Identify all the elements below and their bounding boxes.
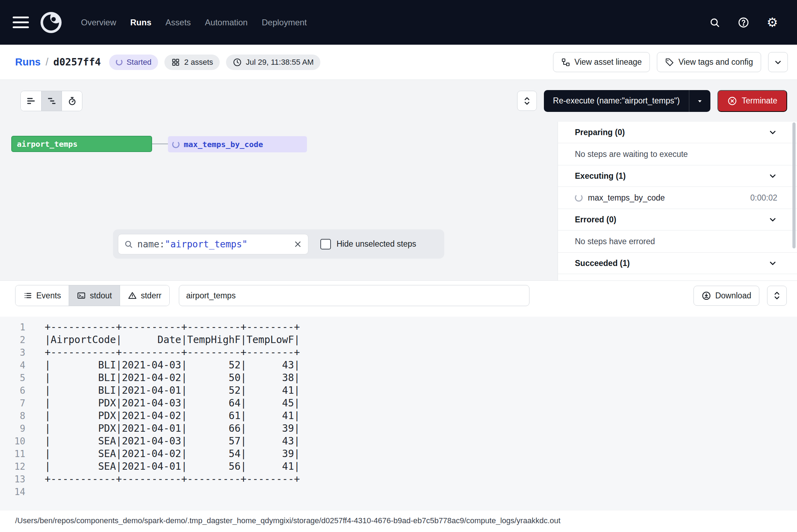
panel-section-preparing[interactable]: Preparing (0) xyxy=(558,122,797,143)
caret-down-icon xyxy=(696,97,704,105)
tag-icon xyxy=(665,58,674,67)
stopwatch-icon xyxy=(67,96,77,106)
breadcrumb-runs-link[interactable]: Runs xyxy=(15,56,41,68)
log-file-path: /Users/ben/repos/components_demo/spark-d… xyxy=(15,516,560,525)
gantt-toolbar: Re-execute (name:"airport_temps") Termin… xyxy=(0,80,797,122)
clock-icon xyxy=(233,58,242,67)
waterfall-gantt-icon xyxy=(47,96,57,106)
step-status-panel: Preparing (0) No steps are waiting to ex… xyxy=(558,122,797,280)
view-timer-button[interactable] xyxy=(62,91,82,111)
panel-section-executing[interactable]: Executing (1) xyxy=(558,165,797,187)
errored-empty-message: No steps have errored xyxy=(558,230,797,253)
main-nav: Overview Runs Assets Automation Deployme… xyxy=(81,18,307,27)
breadcrumb-separator: / xyxy=(46,56,49,68)
step-elapsed-time: 0:00:02 xyxy=(750,193,777,203)
log-line: 2|AirportCode| Date|TempHighF|TempLowF| xyxy=(0,334,797,346)
lineage-icon xyxy=(561,58,570,67)
executing-spinner-icon xyxy=(172,141,180,148)
reexecute-dropdown-caret[interactable] xyxy=(689,90,710,112)
log-line: 1+-----------+----------+---------+-----… xyxy=(0,321,797,334)
gantt-expand-collapse-button[interactable] xyxy=(517,91,537,111)
log-expand-button[interactable] xyxy=(767,286,787,306)
panel-scrollbar[interactable] xyxy=(792,122,796,248)
executing-step-row[interactable]: max_temps_by_code 0:00:02 xyxy=(558,187,797,209)
step-spinner-icon xyxy=(575,194,583,202)
panel-section-errored[interactable]: Errored (0) xyxy=(558,209,797,230)
hide-unselected-checkbox[interactable] xyxy=(320,239,331,249)
tab-stderr[interactable]: stderr xyxy=(120,285,169,306)
log-line: 5| BLI|2021-04-02| 50| 38| xyxy=(0,372,797,384)
tab-events[interactable]: Events xyxy=(15,285,69,306)
step-filter-input[interactable]: name:"airport_temps" xyxy=(118,234,308,254)
reexecute-button[interactable]: Re-execute (name:"airport_temps") xyxy=(544,90,710,112)
top-nav: Overview Runs Assets Automation Deployme… xyxy=(0,0,797,45)
run-status-badge: Started xyxy=(109,55,158,70)
log-line: 11| SEA|2021-04-02| 54| 39| xyxy=(0,448,797,460)
view-tags-config-button[interactable]: View tags and config xyxy=(657,52,761,72)
log-line: 13+-----------+----------+---------+----… xyxy=(0,473,797,486)
warning-triangle-icon xyxy=(128,291,137,300)
nav-item-automation[interactable]: Automation xyxy=(205,18,247,27)
nav-item-deployment[interactable]: Deployment xyxy=(262,18,307,27)
terminal-icon xyxy=(77,291,86,300)
gantt-chart: airport_temps max_temps_by_code name:"ai… xyxy=(0,122,558,280)
chevron-down-icon xyxy=(768,215,777,224)
clear-filter-icon[interactable] xyxy=(293,240,302,249)
download-icon xyxy=(702,291,711,300)
panel-section-succeeded[interactable]: Succeeded (1) xyxy=(558,253,797,274)
run-timestamp-badge: Jul 29, 11:38:55 AM xyxy=(226,55,320,70)
view-flat-gantt-button[interactable] xyxy=(21,91,41,111)
view-waterfall-gantt-button[interactable] xyxy=(41,91,62,111)
terminate-button[interactable]: Terminate xyxy=(717,90,787,112)
reexecute-label: Re-execute (name:"airport_temps") xyxy=(544,90,689,112)
dagster-logo-icon[interactable] xyxy=(39,11,63,34)
log-step-filter-input[interactable] xyxy=(179,285,529,306)
search-icon[interactable] xyxy=(707,15,722,30)
header-more-actions-button[interactable] xyxy=(768,52,788,72)
preparing-empty-message: No steps are waiting to execute xyxy=(558,143,797,165)
cancel-circle-icon xyxy=(727,96,737,106)
asset-grid-icon xyxy=(171,58,180,67)
gantt-filter-bar: name:"airport_temps" Hide unselected ste… xyxy=(113,229,444,259)
log-file-path-bar: /Users/ben/repos/components_demo/spark-d… xyxy=(0,510,797,531)
log-line: 3+-----------+----------+---------+-----… xyxy=(0,346,797,359)
log-type-tabs: Events stdout stderr xyxy=(15,285,170,306)
chevron-down-icon xyxy=(768,259,777,268)
log-content: 1+-----------+----------+---------+-----… xyxy=(0,317,797,509)
log-line: 12| SEA|2021-04-01| 56| 41| xyxy=(0,460,797,473)
events-list-icon xyxy=(23,291,32,300)
log-line: 14 xyxy=(0,486,797,498)
view-asset-lineage-button[interactable]: View asset lineage xyxy=(553,52,650,72)
gantt-dependency-line xyxy=(152,144,168,144)
chevron-down-icon xyxy=(773,58,783,67)
gantt-step-max-temps-by-code[interactable]: max_temps_by_code xyxy=(168,136,307,152)
log-line: 7| PDX|2021-04-03| 64| 45| xyxy=(0,397,797,410)
run-id: d0257ff4 xyxy=(54,56,101,68)
help-icon[interactable] xyxy=(736,15,751,30)
chevron-down-icon xyxy=(768,128,777,137)
nav-item-assets[interactable]: Assets xyxy=(165,18,191,27)
menu-icon[interactable] xyxy=(13,17,29,28)
run-header-bar: Runs / d0257ff4 Started 2 assets Jul 29,… xyxy=(0,45,797,80)
gantt-view-switcher xyxy=(20,91,82,111)
settings-gear-icon[interactable]: ⚙ xyxy=(765,15,780,30)
status-spinner-icon xyxy=(116,59,123,65)
nav-item-overview[interactable]: Overview xyxy=(81,18,116,27)
log-line: 9| PDX|2021-04-01| 66| 39| xyxy=(0,422,797,435)
search-icon xyxy=(124,240,133,249)
gantt-step-airport-temps[interactable]: airport_temps xyxy=(11,136,152,152)
chevron-down-icon xyxy=(768,171,777,180)
download-button[interactable]: Download xyxy=(694,286,759,306)
flat-gantt-icon xyxy=(26,96,36,106)
unfold-icon xyxy=(772,291,782,300)
log-line: 6| BLI|2021-04-01| 52| 41| xyxy=(0,384,797,397)
log-line: 4| BLI|2021-04-03| 52| 43| xyxy=(0,359,797,372)
log-toolbar: Events stdout stderr Download xyxy=(0,285,797,306)
tab-stdout[interactable]: stdout xyxy=(69,285,120,306)
nav-item-runs[interactable]: Runs xyxy=(130,18,151,27)
unfold-icon xyxy=(522,96,532,106)
assets-count-badge[interactable]: 2 assets xyxy=(164,55,220,70)
compute-logs-section: Events stdout stderr Download 1+--------… xyxy=(0,280,797,510)
log-line: 8| PDX|2021-04-02| 61| 41| xyxy=(0,410,797,422)
run-main-region: Re-execute (name:"airport_temps") Termin… xyxy=(0,80,797,280)
